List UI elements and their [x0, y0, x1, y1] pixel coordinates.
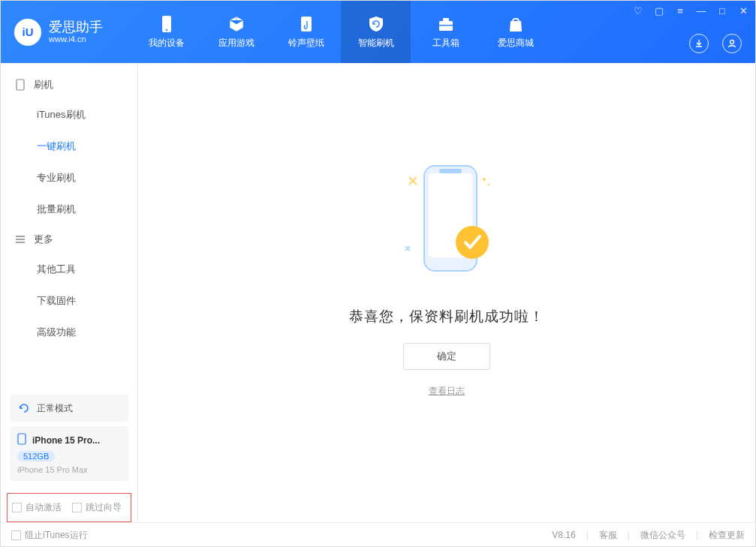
tab-toolbox-label: 工具箱 — [432, 37, 459, 50]
tab-devices-label: 我的设备 — [149, 37, 185, 50]
tab-devices[interactable]: 我的设备 — [131, 1, 201, 63]
list-icon — [14, 233, 26, 245]
user-icon[interactable] — [722, 34, 742, 53]
svg-point-10 — [483, 178, 486, 181]
options-highlight: 自动激活 跳过向导 — [7, 493, 131, 522]
sidebar-item-onekey[interactable]: 一键刷机 — [1, 131, 137, 162]
tab-apps[interactable]: 应用游戏 — [201, 1, 271, 63]
view-log-link[interactable]: 查看日志 — [429, 385, 465, 398]
headset-icon[interactable]: ♡ — [632, 5, 644, 17]
tab-store[interactable]: 爱思商城 — [480, 1, 550, 63]
refresh-icon[interactable] — [17, 401, 31, 415]
success-message: 恭喜您，保资料刷机成功啦！ — [349, 307, 544, 326]
app-subtitle: www.i4.cn — [49, 35, 103, 44]
status-mode-label: 正常模式 — [37, 402, 73, 415]
sidebar-item-firmware[interactable]: 下载固件 — [1, 285, 137, 317]
svg-point-7 — [730, 41, 734, 44]
svg-rect-3 — [301, 17, 312, 32]
device-card[interactable]: iPhone 15 Pro... 512GB iPhone 15 Pro Max — [10, 426, 128, 481]
sidebar-item-batch[interactable]: 批量刷机 — [1, 194, 137, 225]
download-icon[interactable] — [689, 34, 709, 53]
sidebar-item-advanced[interactable]: 高级功能 — [1, 317, 137, 348]
version-label: V8.16 — [552, 530, 575, 540]
svg-rect-8 — [17, 80, 24, 90]
tab-ringtones[interactable]: 铃声壁纸 — [271, 1, 341, 63]
logo-icon: iU — [14, 19, 41, 46]
separator: | — [628, 530, 630, 540]
cube-icon — [227, 14, 246, 34]
music-note-icon — [297, 14, 316, 34]
status-card: 正常模式 — [10, 395, 128, 422]
tab-store-label: 爱思商城 — [498, 37, 534, 50]
refresh-shield-icon — [366, 14, 386, 34]
phone-icon — [157, 14, 176, 34]
separator: | — [586, 530, 589, 540]
mobile-icon[interactable]: ▢ — [653, 5, 665, 17]
block-itunes-label: 阻止iTunes运行 — [25, 529, 88, 542]
app-logo: iU 爱思助手 www.i4.cn — [1, 1, 116, 63]
app-title: 爱思助手 — [49, 20, 103, 35]
briefcase-icon — [436, 14, 456, 34]
svg-rect-6 — [439, 25, 453, 26]
minimize-icon[interactable]: — — [695, 5, 707, 17]
svg-rect-14 — [439, 169, 462, 173]
sidebar-item-pro[interactable]: 专业刷机 — [1, 162, 137, 194]
tab-flash[interactable]: 智能刷机 — [341, 1, 411, 63]
auto-activate-label: 自动激活 — [26, 501, 62, 514]
ok-button[interactable]: 确定 — [403, 343, 490, 370]
svg-point-15 — [456, 226, 489, 259]
device-capacity: 512GB — [17, 451, 55, 461]
maximize-icon[interactable]: □ — [716, 5, 728, 17]
tab-apps-label: 应用游戏 — [218, 37, 255, 50]
wechat-link[interactable]: 微信公众号 — [640, 529, 685, 542]
skip-guide-checkbox[interactable]: 跳过向导 — [72, 501, 122, 514]
support-link[interactable]: 客服 — [599, 529, 617, 542]
sidebar-group-more: 更多 — [1, 225, 137, 254]
update-link[interactable]: 检查更新 — [709, 529, 745, 542]
auto-activate-checkbox[interactable]: 自动激活 — [12, 501, 62, 514]
success-illustration — [379, 158, 514, 289]
sidebar-group-flash-label: 刷机 — [34, 78, 53, 92]
shopping-bag-icon — [506, 14, 526, 34]
sidebar-item-itunes[interactable]: iTunes刷机 — [1, 99, 137, 131]
device-full-name: iPhone 15 Pro Max — [17, 465, 121, 474]
menu-icon[interactable]: ≡ — [674, 5, 686, 17]
sidebar-item-other[interactable]: 其他工具 — [1, 254, 137, 285]
svg-rect-9 — [18, 434, 26, 444]
tab-flash-label: 智能刷机 — [358, 37, 394, 50]
tab-ringtones-label: 铃声壁纸 — [288, 37, 324, 50]
block-itunes-checkbox[interactable]: 阻止iTunes运行 — [11, 529, 88, 542]
sidebar-group-more-label: 更多 — [34, 233, 53, 246]
skip-guide-label: 跳过向导 — [86, 501, 122, 514]
separator: | — [696, 530, 698, 540]
svg-point-11 — [488, 183, 490, 185]
phone-small-icon — [14, 79, 26, 91]
svg-point-2 — [165, 29, 167, 31]
main-content: 恭喜您，保资料刷机成功啦！ 确定 查看日志 — [138, 63, 755, 522]
sidebar-group-flash: 刷机 — [1, 71, 137, 99]
svg-rect-5 — [443, 18, 449, 21]
svg-text:iU: iU — [23, 26, 34, 38]
close-icon[interactable]: ✕ — [737, 5, 749, 17]
tab-toolbox[interactable]: 工具箱 — [411, 1, 480, 63]
device-phone-icon — [17, 433, 26, 447]
device-name-label: iPhone 15 Pro... — [32, 435, 100, 446]
